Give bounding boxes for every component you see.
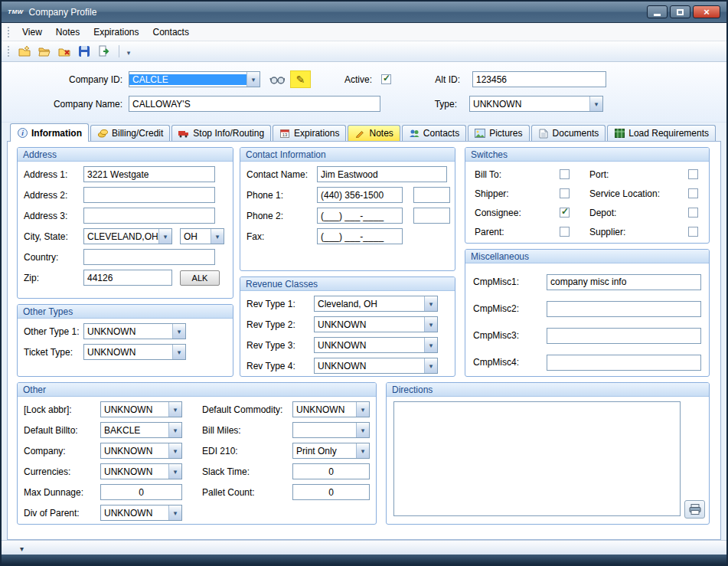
tab-contacts[interactable]: Contacts xyxy=(402,125,466,141)
bill-miles-combo[interactable] xyxy=(292,422,370,438)
chevron-down-icon[interactable] xyxy=(356,443,369,458)
chevron-down-icon[interactable] xyxy=(424,358,437,373)
chevron-down-icon[interactable] xyxy=(424,296,437,311)
toolbar-overflow-button[interactable] xyxy=(123,43,134,60)
active-checkbox[interactable] xyxy=(381,74,391,84)
bottom-drawer-toggle[interactable] xyxy=(15,542,28,554)
consignee-checkbox[interactable] xyxy=(560,208,570,218)
address1-input[interactable] xyxy=(83,166,215,182)
supplier-checkbox[interactable] xyxy=(688,227,698,237)
tab-notes[interactable]: Notes xyxy=(348,125,400,141)
chevron-down-icon[interactable] xyxy=(168,443,181,458)
port-checkbox[interactable] xyxy=(688,169,698,179)
directions-textarea[interactable] xyxy=(393,401,681,516)
lookup-button[interactable] xyxy=(266,70,287,88)
pallet-count-input[interactable] xyxy=(292,484,370,500)
type-combo[interactable]: UNKNOWN xyxy=(469,96,603,112)
chevron-down-icon[interactable] xyxy=(424,317,437,332)
company-combo[interactable]: UNKNOWN xyxy=(100,443,182,459)
export-button[interactable] xyxy=(95,43,113,60)
lock-abbr-combo[interactable]: UNKNOWN xyxy=(100,401,182,417)
bill-to-checkbox[interactable] xyxy=(560,169,570,179)
chevron-down-icon[interactable] xyxy=(356,402,369,417)
menu-view[interactable]: View xyxy=(15,25,49,40)
parent-checkbox[interactable] xyxy=(560,227,570,237)
country-input[interactable] xyxy=(83,249,215,265)
other-column-b: Default Commodity: UNKNOWN Bill Miles: E… xyxy=(196,397,376,521)
edi-210-combo[interactable]: Print Only xyxy=(292,443,370,459)
div-of-parent-combo[interactable]: UNKNOWN xyxy=(100,505,182,521)
tab-stop-info-routing[interactable]: Stop Info/Routing xyxy=(171,125,271,141)
chevron-down-icon[interactable] xyxy=(589,97,602,111)
other-type1-combo[interactable]: UNKNOWN xyxy=(83,323,186,339)
max-dunnage-input[interactable] xyxy=(100,484,182,500)
cmpmisc4-input[interactable] xyxy=(547,355,701,371)
address3-input[interactable] xyxy=(83,208,215,224)
chevron-down-icon[interactable] xyxy=(172,345,185,359)
tab-label: Pictures xyxy=(489,128,522,139)
alk-button[interactable]: ALK xyxy=(180,270,220,286)
tab-expirations[interactable]: 13 Expirations xyxy=(273,125,346,141)
group-title: Miscellaneous xyxy=(465,250,709,263)
rev-type2-combo[interactable]: UNKNOWN xyxy=(314,316,438,332)
save-button[interactable] xyxy=(75,43,93,60)
edit-button[interactable] xyxy=(290,70,311,88)
chevron-down-icon[interactable] xyxy=(158,229,171,244)
zip-input[interactable] xyxy=(83,270,172,286)
menu-grip[interactable] xyxy=(8,27,11,38)
chevron-down-icon[interactable] xyxy=(168,464,181,479)
tab-documents[interactable]: Documents xyxy=(531,125,606,141)
rev-type1-combo[interactable]: Cleveland, OH xyxy=(314,296,438,312)
currencies-combo[interactable]: UNKNOWN xyxy=(100,463,182,479)
chevron-down-icon[interactable] xyxy=(168,402,181,417)
tab-information[interactable]: i Information xyxy=(10,123,89,142)
default-commodity-combo[interactable]: UNKNOWN xyxy=(292,401,370,417)
close-button[interactable] xyxy=(693,5,720,18)
maximize-button[interactable] xyxy=(670,5,690,18)
chevron-down-icon[interactable] xyxy=(172,324,185,339)
depot-checkbox[interactable] xyxy=(688,208,698,218)
chevron-down-icon[interactable] xyxy=(168,423,181,437)
rev-type3-combo[interactable]: UNKNOWN xyxy=(314,337,438,353)
print-button[interactable] xyxy=(684,500,705,519)
chevron-down-icon[interactable] xyxy=(246,72,260,87)
cmpmisc2-input[interactable] xyxy=(547,301,701,317)
chevron-down-icon[interactable] xyxy=(168,505,181,520)
toolbar-grip[interactable] xyxy=(8,46,11,57)
close-company-button[interactable] xyxy=(55,43,73,60)
ticket-type-combo[interactable]: UNKNOWN xyxy=(83,344,186,360)
tab-billing-credit[interactable]: Billing/Credit xyxy=(90,125,170,141)
window-controls xyxy=(647,5,720,18)
tab-load-requirements[interactable]: Load Requirements xyxy=(607,125,716,141)
phone2-input[interactable] xyxy=(317,208,403,224)
minimize-button[interactable] xyxy=(647,5,668,18)
menu-contacts[interactable]: Contacts xyxy=(146,25,196,40)
chevron-down-icon[interactable] xyxy=(211,229,224,244)
chevron-down-icon[interactable] xyxy=(356,423,369,437)
service-location-checkbox[interactable] xyxy=(688,188,698,198)
shipper-checkbox[interactable] xyxy=(560,188,570,198)
cmpmisc3-input[interactable] xyxy=(547,328,701,344)
fax-input[interactable] xyxy=(317,228,403,244)
cmpmisc1-input[interactable] xyxy=(547,274,701,290)
phone1-input[interactable] xyxy=(317,187,403,203)
company-name-input[interactable] xyxy=(129,96,380,112)
menu-expirations[interactable]: Expirations xyxy=(87,25,145,40)
company-id-combo[interactable]: CALCLE xyxy=(129,71,260,87)
menu-notes[interactable]: Notes xyxy=(49,25,87,40)
slack-time-input[interactable] xyxy=(292,463,370,479)
contact-name-input[interactable] xyxy=(317,166,447,182)
phone2-ext-input[interactable] xyxy=(413,208,450,224)
default-billto-combo[interactable]: BAKCLE xyxy=(100,422,182,438)
address2-input[interactable] xyxy=(83,187,215,203)
rev-type4-combo[interactable]: UNKNOWN xyxy=(314,358,438,374)
new-button[interactable] xyxy=(15,43,34,60)
chevron-down-icon[interactable] xyxy=(424,338,437,352)
state-combo[interactable]: OH xyxy=(180,228,224,244)
city-combo[interactable]: CLEVELAND,OH/ xyxy=(83,228,172,244)
tab-pictures[interactable]: Pictures xyxy=(468,125,529,141)
window-bottom-frame xyxy=(2,555,726,564)
alt-id-input[interactable] xyxy=(472,71,606,87)
phone1-ext-input[interactable] xyxy=(413,187,450,203)
open-button[interactable] xyxy=(35,43,54,60)
